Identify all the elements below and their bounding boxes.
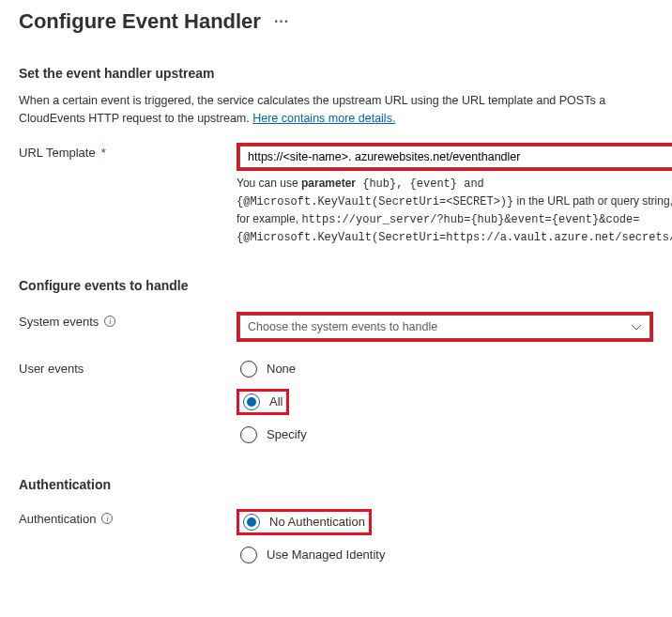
system-events-highlight: Choose the system events to handle — [237, 312, 653, 342]
radio-label: None — [267, 362, 296, 376]
auth-row: Authentication i No Authentication Use M… — [19, 509, 653, 565]
url-template-help: You can use parameter {hub}, {event} and… — [237, 175, 672, 246]
radio-label: Specify — [267, 427, 307, 441]
auth-none-highlight: No Authentication — [237, 509, 372, 535]
more-icon[interactable]: ··· — [274, 13, 289, 30]
user-events-row: User events None All Specify — [19, 359, 653, 445]
section-heading-auth: Authentication — [19, 477, 653, 492]
url-template-label-text: URL Template — [19, 146, 96, 160]
page-title: Configure Event Handler ··· — [19, 9, 653, 34]
system-events-row: System events i Choose the system events… — [19, 312, 653, 342]
radio-icon — [240, 426, 257, 443]
url-template-input[interactable] — [239, 146, 672, 168]
chevron-down-icon — [631, 321, 642, 332]
user-events-option-all[interactable]: All — [239, 392, 286, 412]
system-events-dropdown[interactable]: Choose the system events to handle — [239, 315, 650, 339]
section-heading-upstream: Set the event handler upstream — [19, 66, 653, 81]
required-asterisk: * — [101, 146, 106, 160]
auth-label-text: Authentication — [19, 512, 96, 526]
info-icon[interactable]: i — [104, 316, 115, 327]
user-events-label: User events — [19, 359, 237, 376]
radio-icon — [240, 361, 257, 378]
user-events-option-none[interactable]: None — [237, 359, 653, 379]
url-template-row: URL Template * You can use parameter {hu… — [19, 143, 653, 246]
radio-icon-checked — [243, 393, 260, 410]
radio-icon-checked — [243, 514, 260, 531]
auth-option-none[interactable]: No Authentication — [239, 512, 369, 532]
user-events-all-highlight: All — [237, 389, 289, 415]
url-template-label: URL Template * — [19, 143, 237, 160]
info-icon[interactable]: i — [101, 513, 113, 524]
system-events-label: System events i — [19, 312, 237, 329]
auth-label: Authentication i — [19, 509, 237, 526]
radio-label: All — [269, 394, 283, 409]
details-link[interactable]: Here contains more details. — [252, 112, 395, 125]
auth-radio-group: No Authentication Use Managed Identity — [237, 509, 653, 565]
radio-label: No Authentication — [269, 515, 365, 529]
system-events-placeholder: Choose the system events to handle — [248, 320, 437, 333]
page-title-text: Configure Event Handler — [19, 9, 261, 34]
url-template-highlight — [237, 143, 672, 171]
auth-option-managed[interactable]: Use Managed Identity — [237, 545, 653, 565]
section-heading-events: Configure events to handle — [19, 278, 653, 293]
upstream-description: When a certain event is triggered, the s… — [19, 92, 653, 128]
user-events-radio-group: None All Specify — [237, 359, 653, 445]
radio-icon — [240, 547, 257, 563]
user-events-option-specify[interactable]: Specify — [237, 424, 653, 445]
system-events-label-text: System events — [19, 315, 99, 329]
radio-label: Use Managed Identity — [267, 548, 385, 562]
